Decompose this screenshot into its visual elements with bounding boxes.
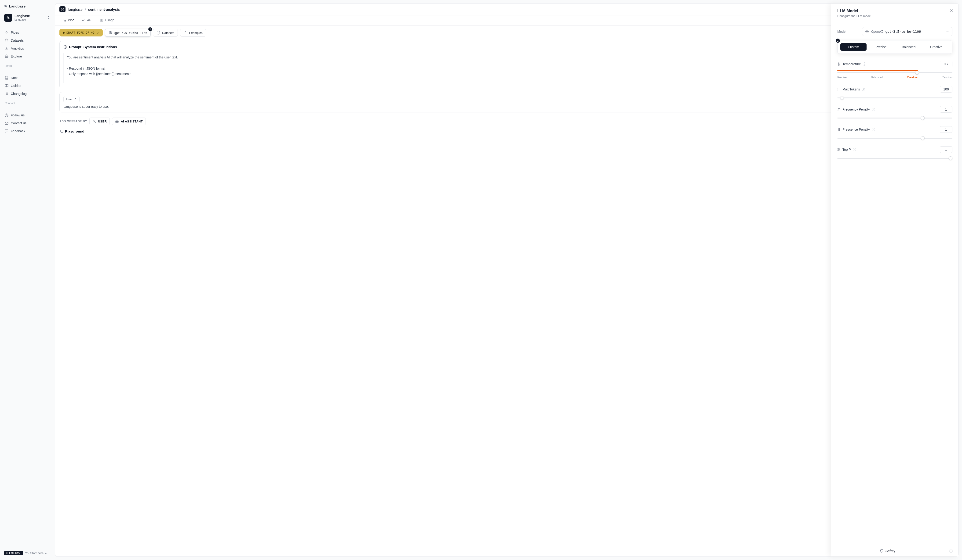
frequency-penalty-slider[interactable]	[837, 117, 952, 119]
status-dot	[63, 32, 65, 34]
drawer-header: LLM Model Configure the LLM model.	[831, 3, 959, 21]
preset-box: 2 Custom Precise Balanced Creative	[837, 40, 952, 54]
safety-title: Safety	[886, 549, 895, 553]
chevrons-right-icon	[44, 552, 47, 555]
sidebar: ⌘ Langbase ⌘ Langbase langbase Pipes Dat…	[0, 0, 55, 560]
model-config-drawer: LLM Model Configure the LLM model. Model…	[831, 3, 959, 557]
brand: ⌘ Langbase	[2, 3, 52, 12]
editor: Prompt: System Instructions You are sent…	[55, 40, 959, 137]
usage-icon	[100, 18, 103, 22]
add-assistant-message-button[interactable]: AI ASSISTANT	[112, 117, 146, 125]
tab-pipe[interactable]: Pipe	[60, 15, 77, 25]
top-p-slider[interactable]	[837, 158, 952, 159]
max-tokens-value[interactable]: 100	[940, 86, 952, 93]
nav-feedback[interactable]: Feedback	[2, 127, 52, 135]
svg-rect-22	[838, 148, 839, 150]
tab-usage[interactable]: Usage	[97, 15, 118, 25]
nav-contact[interactable]: Contact us	[2, 119, 52, 127]
nav-analytics[interactable]: Analytics	[2, 45, 52, 52]
datasets-pill[interactable]: Datasets	[153, 29, 178, 37]
param-temperature: Temperature i 0.7 Precise Balanced Creat…	[837, 61, 952, 79]
database-icon	[5, 39, 8, 42]
tab-api[interactable]: API	[79, 15, 96, 25]
max-tokens-slider[interactable]	[837, 97, 952, 98]
svg-rect-23	[839, 148, 840, 150]
draft-fork-pill[interactable]: DRAFT FORK OF v9	[60, 29, 103, 37]
info-icon[interactable]: i	[862, 88, 865, 91]
system-prompt-textarea[interactable]: You are sentiment analysis AI that will …	[63, 51, 950, 84]
footer-start-here[interactable]: Yo! Start here	[25, 551, 47, 555]
role-select[interactable]: User	[63, 96, 79, 102]
safety-section[interactable]: Safety i	[874, 545, 959, 557]
info-icon[interactable]: i	[872, 108, 875, 111]
workspace-switcher[interactable]: ⌘ Langbase langbase	[2, 12, 52, 24]
step-badge: 2	[836, 39, 840, 43]
add-message-label: ADD MESSAGE BY	[60, 120, 87, 123]
arrows-icon	[837, 128, 841, 131]
temperature-slider[interactable]	[837, 72, 952, 73]
chart-icon	[5, 47, 8, 50]
top-p-value[interactable]: 1	[940, 146, 952, 153]
close-icon	[950, 9, 953, 12]
breadcrumb-project[interactable]: sentiment-analysis	[88, 8, 120, 11]
openai-icon	[108, 31, 112, 35]
nav-explore[interactable]: Explore	[2, 53, 52, 60]
tabs: Pipe API Usage	[55, 15, 959, 26]
message-icon	[5, 129, 8, 133]
main-panel: ⌘ langbase / sentiment-analysis Pipe API…	[55, 3, 959, 557]
temperature-value[interactable]: 0.7	[940, 61, 952, 67]
workspace-avatar-small: ⌘	[60, 6, 66, 12]
presence-penalty-slider[interactable]	[837, 138, 952, 138]
preset-custom[interactable]: Custom	[840, 43, 867, 51]
frequency-penalty-value[interactable]: 1	[940, 106, 952, 113]
nav-follow[interactable]: Follow us	[2, 111, 52, 119]
nav-datasets[interactable]: Datasets	[2, 37, 52, 44]
svg-point-12	[157, 31, 160, 32]
breadcrumb-workspace[interactable]: langbase	[68, 8, 82, 11]
svg-point-17	[94, 120, 95, 121]
svg-point-2	[5, 39, 8, 40]
model-select[interactable]: OpenAI gpt-3.5-turbo-1106	[862, 27, 952, 36]
svg-rect-25	[839, 150, 840, 151]
svg-point-14	[185, 33, 185, 33]
preset-balanced[interactable]: Balanced	[896, 43, 922, 51]
message-card: User Langbase is super easy to use.	[60, 92, 954, 113]
info-icon[interactable]: i	[872, 128, 875, 131]
message-textarea[interactable]: Langbase is super easy to use.	[63, 105, 950, 108]
guide-icon	[5, 84, 8, 88]
key-icon	[82, 18, 85, 22]
presence-penalty-value[interactable]: 1	[940, 126, 952, 133]
workspace-avatar: ⌘	[4, 14, 12, 22]
svg-point-5	[6, 114, 7, 116]
command-glyph: ⌘	[4, 5, 7, 8]
openai-icon	[865, 30, 869, 34]
pillbar: DRAFT FORK OF v9 gpt-3.5-turbo-1106 1 Da…	[55, 26, 959, 40]
drawer-title: LLM Model	[837, 9, 952, 13]
info-icon[interactable]: i	[863, 63, 866, 66]
nav-docs[interactable]: Docs	[2, 74, 52, 82]
nav-changelog[interactable]: Changelog	[2, 90, 52, 97]
nav-guides[interactable]: Guides	[2, 82, 52, 90]
param-presence-penalty: Prescence Penalty i 1	[837, 126, 952, 139]
playground-header: Playground	[60, 129, 954, 133]
close-button[interactable]	[948, 7, 955, 14]
topbar: ⌘ langbase / sentiment-analysis	[55, 3, 959, 15]
sidebar-footer: ⌘ LANGBASE Yo! Start here	[2, 549, 52, 557]
database-icon	[157, 31, 160, 35]
chevron-up-down-icon	[74, 98, 77, 101]
card-title: Prompt: System Instructions	[63, 45, 950, 49]
add-user-message-button[interactable]: USER	[89, 117, 110, 125]
info-icon[interactable]: i	[853, 148, 856, 151]
svg-rect-1	[7, 33, 8, 34]
info-icon[interactable]: i	[949, 549, 953, 553]
pipe-icon	[5, 31, 8, 34]
examples-pill[interactable]: Examples	[180, 29, 206, 37]
grid-icon	[837, 148, 841, 151]
svg-rect-18	[116, 121, 118, 122]
model-pill[interactable]: gpt-3.5-turbo-1106 1	[105, 29, 151, 37]
nav-pipes[interactable]: Pipes	[2, 29, 52, 36]
preset-creative[interactable]: Creative	[923, 43, 949, 51]
footer-badge: ⌘ LANGBASE	[4, 551, 23, 555]
section-learn: Learn	[2, 60, 52, 69]
preset-precise[interactable]: Precise	[868, 43, 894, 51]
